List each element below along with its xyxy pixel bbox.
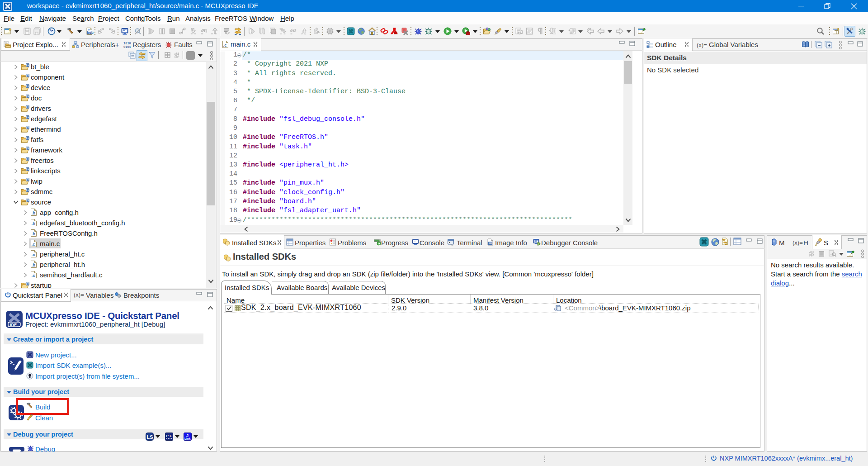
svg-text:1010: 1010 xyxy=(123,42,131,45)
svg-text:Link: Link xyxy=(184,437,191,440)
svg-text:.h: .h xyxy=(32,231,36,236)
svg-text:C: C xyxy=(27,157,29,161)
svg-text:C: C xyxy=(27,126,29,129)
svg-text:.h: .h xyxy=(32,210,36,215)
svg-text:C: C xyxy=(27,178,29,181)
svg-text:.c: .c xyxy=(32,242,35,247)
svg-text:C: C xyxy=(27,85,29,88)
svg-text:P·E: P·E xyxy=(166,434,173,438)
svg-text:C: C xyxy=(27,189,29,192)
svg-text:.c: .c xyxy=(32,252,35,257)
svg-text:IDE: IDE xyxy=(10,323,17,327)
svg-text:0101: 0101 xyxy=(123,45,131,48)
svg-text:C: C xyxy=(27,168,29,171)
svg-text:.c: .c xyxy=(223,43,227,48)
svg-text:.c: .c xyxy=(32,273,35,278)
svg-text:010: 010 xyxy=(489,243,492,245)
svg-text:LS: LS xyxy=(147,434,153,440)
svg-text:.h: .h xyxy=(32,221,36,226)
svg-text:C: C xyxy=(27,137,29,140)
svg-text:C: C xyxy=(27,199,29,202)
svg-text:C: C xyxy=(27,95,29,98)
svg-text:010: 010 xyxy=(88,31,94,35)
svg-text:C: C xyxy=(27,105,29,109)
svg-text:C: C xyxy=(27,147,29,150)
svg-text:.h: .h xyxy=(32,262,36,267)
svg-text:C: C xyxy=(27,282,29,285)
svg-text:C: C xyxy=(27,116,29,119)
svg-text:C: C xyxy=(27,64,29,67)
svg-text:C: C xyxy=(27,74,29,77)
